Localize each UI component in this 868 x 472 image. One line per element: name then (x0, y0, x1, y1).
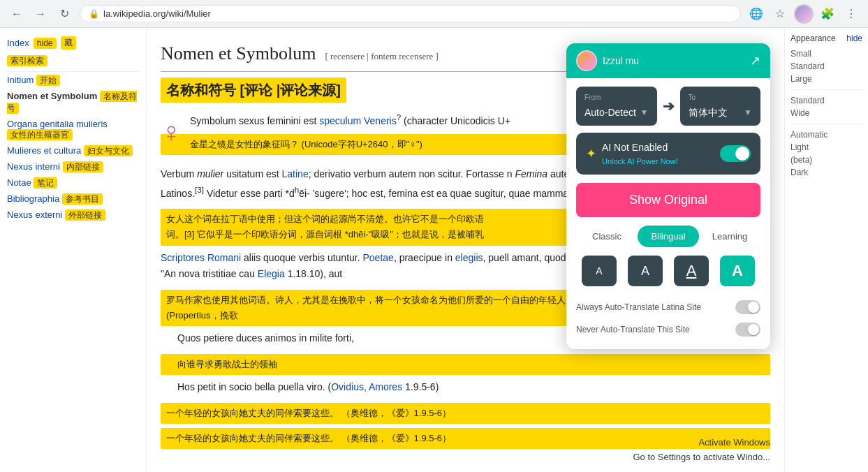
popup-header: Izzul mu ↗ (566, 43, 770, 78)
sidebar-item-nomen[interactable]: Nomen et Symbolum 名称及符号 (7, 91, 139, 115)
width-standard: Standard (790, 96, 862, 105)
translated-quote-2: 一个年轻的女孩向她丈夫的同伴索要这些。 （奥维德，《爱》1.9.5-6） (161, 403, 770, 424)
link-elegia[interactable]: Elegia (258, 268, 285, 279)
sidebar-hide-btn[interactable]: hide (34, 38, 57, 49)
link-speculum[interactable]: speculum Veneris (319, 115, 397, 126)
sidebar-mulieres-label: Mulieres et cultura (7, 145, 81, 156)
to-value: 简体中文 (689, 105, 728, 120)
translated-quote-3: 一个年轻的女孩向她丈夫的同伴索要这些。 （奥维德，《爱》1.9.5-6） (161, 428, 770, 449)
sidebar-mulieres-cn: 妇女与文化 (84, 145, 133, 156)
font-size-large[interactable]: A (674, 256, 709, 286)
popup-share-btn[interactable]: ↗ (750, 53, 760, 68)
lang-arrow: ➔ (663, 95, 675, 117)
appearance-header: Appearance hide (790, 34, 862, 43)
link-latine[interactable]: Latine (282, 168, 309, 179)
link-ovidius[interactable]: Ovidius, Amores (331, 381, 402, 392)
font-size-row: A A A A (576, 256, 760, 286)
link-elegiis[interactable]: elegiis (455, 252, 483, 263)
font-a-small-label: A (596, 265, 602, 276)
quote-2-text: Hos petit in socio bella puella viro. (O… (177, 381, 439, 392)
from-value-row: Auto-Detect ▼ (584, 105, 649, 120)
sidebar-item-nexusext[interactable]: Nexus externi 外部链接 (7, 209, 139, 221)
never-translate-row: Never Auto-Translate This Site (566, 318, 770, 341)
forward-button[interactable]: → (31, 4, 50, 24)
reload-button[interactable]: ↻ (54, 4, 74, 24)
never-toggle-knob (748, 324, 759, 335)
from-language-box[interactable]: From Auto-Detect ▼ (576, 87, 657, 126)
sidebar-item-biblio[interactable]: Bibliographia 参考书目 (7, 193, 139, 205)
appearance-hide-link[interactable]: hide (846, 34, 862, 43)
never-translate-toggle[interactable] (735, 323, 760, 337)
sidebar-organa-label: Organa genitalia mulieris (7, 119, 108, 129)
ai-star-icon: ✦ (586, 144, 596, 164)
font-size-xlarge[interactable]: A (720, 256, 755, 286)
sidebar-item-notae[interactable]: Notae 笔记 (7, 177, 139, 189)
italic-mulier: mulier (197, 168, 223, 179)
ai-box: ✦ AI Not Enabled Unlock AI Power Now! (576, 133, 760, 175)
always-translate-toggle[interactable] (735, 300, 760, 314)
font-a-med-label: A (641, 264, 649, 279)
font-size-medium[interactable]: A (628, 256, 663, 286)
address-bar[interactable]: 🔒 la.wikipedia.org/wiki/Mulier (80, 5, 741, 22)
ai-toggle[interactable] (720, 145, 751, 162)
font-size-small[interactable]: A (582, 256, 617, 286)
browser-bar: ← → ↻ 🔒 la.wikipedia.org/wiki/Mulier 🌐 ☆… (0, 0, 868, 28)
translate-popup: Izzul mu ↗ From Auto-Detect ▼ ➔ (566, 43, 770, 349)
to-language-box[interactable]: To 简体中文 ▼ (680, 87, 761, 126)
sidebar-item-initium[interactable]: Initium 开始 (7, 75, 139, 87)
translated-heading: 名称和符号 [评论 |评论来源] (161, 78, 346, 103)
ai-text: AI Not Enabled Unlock AI Power Now! (602, 140, 678, 168)
tab-classic[interactable]: Classic (576, 226, 638, 247)
always-toggle-knob (748, 302, 759, 313)
sidebar-nexusext-cn: 外部链接 (65, 209, 105, 221)
sidebar-item-nexus[interactable]: Nexus interni 内部链接 (7, 161, 139, 173)
ai-left: ✦ AI Not Enabled Unlock AI Power Now! (586, 140, 678, 168)
ai-subtitle: Unlock AI Power Now! (602, 156, 678, 168)
lock-icon: 🔒 (89, 9, 99, 19)
italic-femina: Femina (515, 168, 547, 179)
show-original-button[interactable]: Show Original (576, 183, 760, 217)
sidebar-nexus-cn: 内部链接 (63, 161, 103, 172)
tab-bilingual[interactable]: Bilingual (638, 226, 699, 247)
sidebar-notae-label: Notae (7, 177, 31, 188)
quote-block-2: Hos petit in socio bella puella viro. (O… (161, 379, 770, 396)
user-avatar (576, 50, 597, 71)
edit-links[interactable]: [ recensere | fontem recensere ] (321, 51, 439, 61)
tab-learning[interactable]: Learning (699, 226, 760, 247)
theme-dark: Dark (790, 168, 862, 177)
sidebar-item-organa[interactable]: Organa genitalia mulieris 女性的生殖器官 (7, 119, 139, 141)
menu-icon[interactable]: ⋮ (841, 4, 861, 24)
size-options: Small Standard Large Standard Wide Autom… (790, 49, 862, 177)
sidebar-notae-cn: 笔记 (34, 177, 57, 189)
appearance-title: Appearance (790, 34, 836, 43)
always-translate-label: Always Auto-Translate Latina Site (576, 301, 701, 314)
sidebar-search-label: 索引检索 (7, 55, 47, 66)
url-text: la.wikipedia.org/wiki/Mulier (103, 8, 211, 19)
sidebar: Index hide 藏 索引检索 Initium 开始 Nomen et Sy… (0, 28, 147, 472)
from-value: Auto-Detect (584, 105, 636, 120)
sidebar-biblio-cn: 参考书目 (62, 193, 103, 205)
extensions-icon[interactable]: 🧩 (818, 4, 837, 24)
sidebar-nomen-label: Nomen et Symbolum (7, 91, 97, 101)
sidebar-biblio-label: Bibliographia (7, 193, 59, 204)
sidebar-search[interactable]: 索引检索 (7, 55, 139, 67)
size-small: Small (790, 49, 862, 59)
sidebar-item-mulieres[interactable]: Mulieres et cultura 妇女与文化 (7, 145, 139, 157)
lang-row: From Auto-Detect ▼ ➔ To 简体中文 ▼ (576, 87, 760, 126)
translate-icon[interactable]: 🌐 (746, 4, 766, 24)
sidebar-hide-cn[interactable]: 藏 (61, 36, 76, 50)
profile-avatar[interactable] (794, 4, 814, 24)
sidebar-index-link[interactable]: Index (7, 38, 29, 48)
gender-symbol: ♀ (161, 108, 182, 156)
to-value-row: 简体中文 ▼ (689, 105, 753, 120)
right-panel: Appearance hide Small Standard Large Sta… (784, 28, 868, 472)
size-standard: Standard (790, 61, 862, 71)
sidebar-initium-label: Initium (7, 75, 34, 85)
bookmark-icon[interactable]: ☆ (770, 4, 790, 24)
back-button[interactable]: ← (7, 4, 27, 24)
size-large: Large (790, 74, 862, 84)
link-poetae[interactable]: Poetae (363, 252, 394, 263)
sidebar-initium-cn: 开始 (36, 75, 60, 86)
to-label: To (689, 92, 753, 103)
link-scriptores[interactable]: Scriptores Romani (161, 252, 241, 263)
